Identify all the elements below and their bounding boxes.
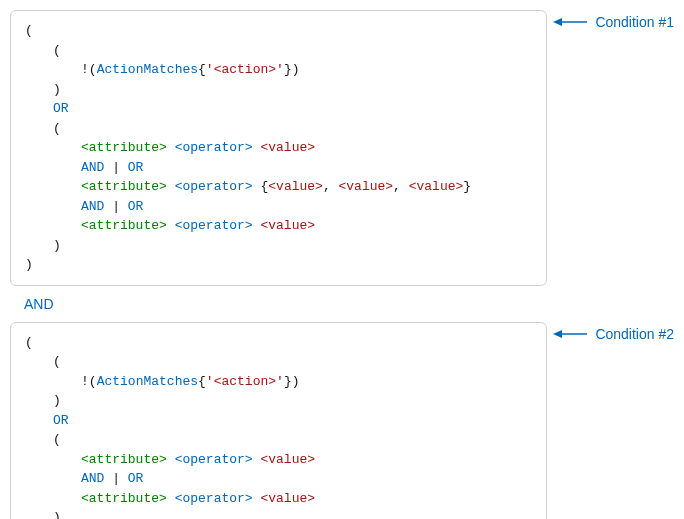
paren: ) — [53, 393, 61, 408]
brace: } — [284, 374, 292, 389]
attribute-token: <attribute> — [81, 491, 167, 506]
paren: ) — [53, 510, 61, 519]
paren: ) — [292, 62, 300, 77]
and-keyword: AND — [81, 199, 104, 214]
condition-1-code: ( ( !(ActionMatches{'<action>'}) ) OR ( … — [10, 10, 547, 286]
paren: ( — [89, 374, 97, 389]
attribute-token: <attribute> — [81, 452, 167, 467]
or-keyword: OR — [128, 160, 144, 175]
or-keyword: OR — [53, 413, 69, 428]
comma: , — [393, 179, 409, 194]
value-token: <value> — [268, 179, 323, 194]
svg-marker-1 — [553, 18, 562, 26]
bang: ! — [81, 62, 89, 77]
operator-token: <operator> — [175, 140, 253, 155]
paren: ) — [53, 82, 61, 97]
value-token: <value> — [260, 491, 315, 506]
and-keyword: AND — [81, 160, 104, 175]
paren: ( — [89, 62, 97, 77]
brace: } — [284, 62, 292, 77]
or-keyword: OR — [53, 101, 69, 116]
action-literal: '<action>' — [206, 62, 284, 77]
condition-2-label: Condition #2 — [547, 322, 674, 342]
value-token: <value> — [339, 179, 394, 194]
operator-token: <operator> — [175, 491, 253, 506]
arrow-left-icon — [553, 327, 589, 341]
paren: ) — [292, 374, 300, 389]
paren: ( — [53, 354, 61, 369]
or-keyword: OR — [128, 199, 144, 214]
and-keyword: AND — [81, 471, 104, 486]
paren: ( — [53, 43, 61, 58]
paren: ( — [25, 335, 33, 350]
pipe: | — [104, 199, 127, 214]
value-token: <value> — [409, 179, 464, 194]
brace: } — [463, 179, 471, 194]
pipe: | — [104, 160, 127, 175]
action-matches: ActionMatches — [97, 374, 198, 389]
operator-token: <operator> — [175, 218, 253, 233]
condition-2-text: Condition #2 — [595, 326, 674, 342]
paren: ) — [53, 238, 61, 253]
paren: ( — [53, 432, 61, 447]
condition-1-text: Condition #1 — [595, 14, 674, 30]
action-literal: '<action>' — [206, 374, 284, 389]
paren: ) — [25, 257, 33, 272]
value-token: <value> — [260, 218, 315, 233]
value-token: <value> — [260, 140, 315, 155]
operator-token: <operator> — [175, 452, 253, 467]
and-connector: AND — [24, 296, 674, 312]
comma: , — [323, 179, 339, 194]
condition-1-label: Condition #1 — [547, 10, 674, 30]
attribute-token: <attribute> — [81, 179, 167, 194]
or-keyword: OR — [128, 471, 144, 486]
action-matches: ActionMatches — [97, 62, 198, 77]
condition-2-code: ( ( !(ActionMatches{'<action>'}) ) OR ( … — [10, 322, 547, 520]
value-token: <value> — [260, 452, 315, 467]
bang: ! — [81, 374, 89, 389]
operator-token: <operator> — [175, 179, 253, 194]
condition-2-wrapper: ( ( !(ActionMatches{'<action>'}) ) OR ( … — [10, 322, 674, 520]
paren: ( — [25, 23, 33, 38]
condition-1-wrapper: ( ( !(ActionMatches{'<action>'}) ) OR ( … — [10, 10, 674, 286]
svg-marker-3 — [553, 330, 562, 338]
paren: ( — [53, 121, 61, 136]
brace: { — [198, 62, 206, 77]
attribute-token: <attribute> — [81, 140, 167, 155]
pipe: | — [104, 471, 127, 486]
brace: { — [198, 374, 206, 389]
arrow-left-icon — [553, 15, 589, 29]
attribute-token: <attribute> — [81, 218, 167, 233]
